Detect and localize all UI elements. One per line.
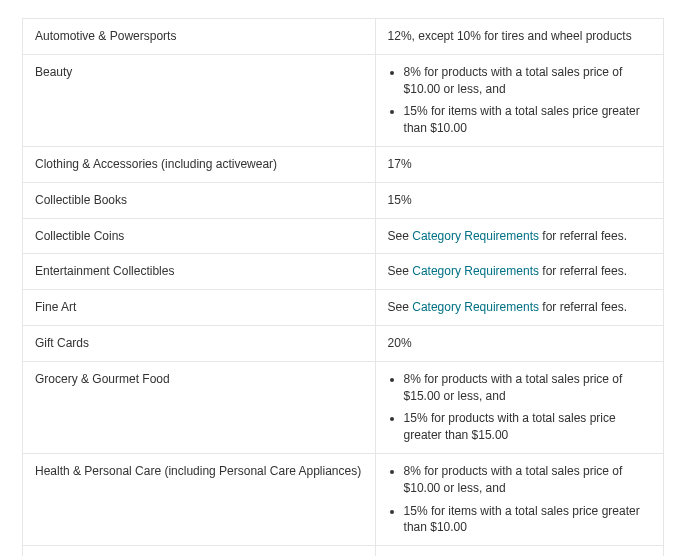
category-requirements-link[interactable]: Category Requirements [412, 300, 539, 314]
fee-tier-list: 8% for products with a total sales price… [388, 64, 651, 137]
fee-cell: 15% [375, 182, 663, 218]
table-row: Automotive & Powersports12%, except 10% … [23, 19, 664, 55]
page-content: Automotive & Powersports12%, except 10% … [0, 0, 686, 556]
category-cell: Industrial & Scientific (including Food … [23, 546, 376, 556]
fee-tier-list: 8% for products with a total sales price… [388, 463, 651, 536]
table-row: Clothing & Accessories (including active… [23, 146, 664, 182]
fee-tier-list: 8% for products with a total sales price… [388, 371, 651, 444]
fee-cell: 12% [375, 546, 663, 556]
fee-text: See [388, 300, 413, 314]
table-row: Health & Personal Care (including Person… [23, 453, 664, 545]
table-row: Grocery & Gourmet Food8% for products wi… [23, 361, 664, 453]
fee-tier-item: 15% for items with a total sales price g… [404, 103, 651, 137]
fee-text: for referral fees. [539, 229, 627, 243]
fee-tier-item: 15% for products with a total sales pric… [404, 410, 651, 444]
category-cell: Automotive & Powersports [23, 19, 376, 55]
table-row: Fine ArtSee Category Requirements for re… [23, 290, 664, 326]
category-requirements-link[interactable]: Category Requirements [412, 264, 539, 278]
category-cell: Health & Personal Care (including Person… [23, 453, 376, 545]
fee-text: See [388, 229, 413, 243]
table-row: Entertainment CollectiblesSee Category R… [23, 254, 664, 290]
fee-cell: 8% for products with a total sales price… [375, 453, 663, 545]
category-cell: Grocery & Gourmet Food [23, 361, 376, 453]
fee-cell: 12%, except 10% for tires and wheel prod… [375, 19, 663, 55]
category-cell: Collectible Coins [23, 218, 376, 254]
fee-tier-item: 8% for products with a total sales price… [404, 463, 651, 497]
fee-tier-item: 8% for products with a total sales price… [404, 64, 651, 98]
category-cell: Clothing & Accessories (including active… [23, 146, 376, 182]
table-row: Industrial & Scientific (including Food … [23, 546, 664, 556]
category-cell: Entertainment Collectibles [23, 254, 376, 290]
fee-text: See [388, 264, 413, 278]
category-cell: Collectible Books [23, 182, 376, 218]
table-row: Collectible Books15% [23, 182, 664, 218]
fee-cell: 8% for products with a total sales price… [375, 361, 663, 453]
table-row: Collectible CoinsSee Category Requiremen… [23, 218, 664, 254]
table-row: Beauty8% for products with a total sales… [23, 54, 664, 146]
fee-cell: 8% for products with a total sales price… [375, 54, 663, 146]
fee-tier-item: 15% for items with a total sales price g… [404, 503, 651, 537]
fee-text: for referral fees. [539, 264, 627, 278]
fee-tier-item: 8% for products with a total sales price… [404, 371, 651, 405]
fee-cell: 17% [375, 146, 663, 182]
category-cell: Fine Art [23, 290, 376, 326]
category-cell: Gift Cards [23, 325, 376, 361]
fee-cell: 20% [375, 325, 663, 361]
fee-cell: See Category Requirements for referral f… [375, 290, 663, 326]
category-requirements-link[interactable]: Category Requirements [412, 229, 539, 243]
referral-fee-table: Automotive & Powersports12%, except 10% … [22, 18, 664, 556]
category-cell: Beauty [23, 54, 376, 146]
fee-cell: See Category Requirements for referral f… [375, 254, 663, 290]
fee-text: for referral fees. [539, 300, 627, 314]
fee-cell: See Category Requirements for referral f… [375, 218, 663, 254]
table-row: Gift Cards20% [23, 325, 664, 361]
